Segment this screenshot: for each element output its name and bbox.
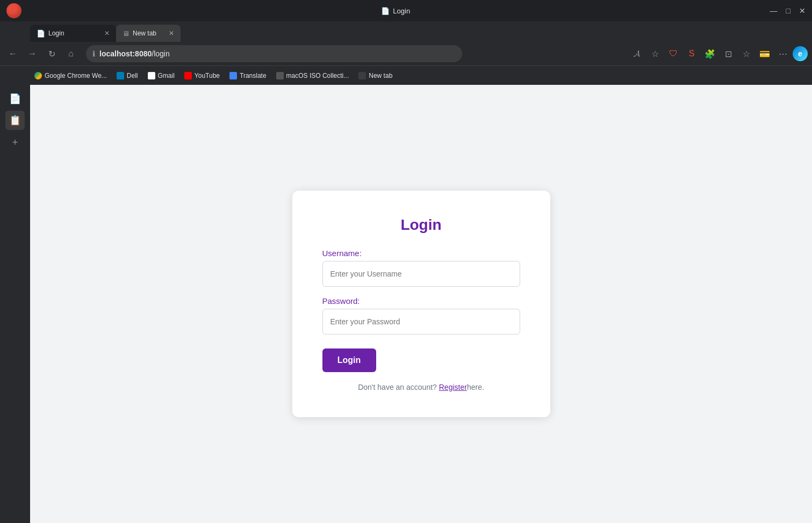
bookmark-macos-label: macOS ISO Collecti...: [286, 72, 349, 79]
username-input[interactable]: [322, 261, 520, 287]
window-title: Login: [393, 7, 410, 15]
tab-newtab[interactable]: 🖥 New tab ✕: [116, 25, 181, 42]
tab-login[interactable]: 📄 Login ✕: [30, 25, 116, 42]
bookmark-macos[interactable]: macOS ISO Collecti...: [272, 70, 354, 82]
register-link[interactable]: Register: [439, 383, 467, 391]
tab-newtab-icon: 🖥: [123, 30, 130, 38]
username-group: Username:: [322, 249, 520, 296]
sidebar-add-button[interactable]: ＋: [5, 132, 25, 151]
menu-button[interactable]: ⋯: [774, 45, 792, 62]
register-text: Don't have an account? Registerhere.: [322, 383, 520, 391]
read-aloud-button[interactable]: 𝓐: [628, 45, 645, 62]
browser-profile-icon: [6, 3, 21, 18]
tab-close-newtab[interactable]: ✕: [169, 30, 174, 37]
favorites-button[interactable]: ☆: [646, 45, 664, 62]
bookmark-gmail-label: Gmail: [158, 72, 175, 79]
password-input[interactable]: [322, 309, 520, 335]
bookmark-chrome-label: Google Chrome We...: [45, 72, 107, 79]
bookmark-dell-label: Dell: [127, 72, 138, 79]
tabbar: 📄 Login ✕ 🖥 New tab ✕: [0, 21, 812, 42]
forward-button[interactable]: →: [24, 45, 41, 62]
password-label: Password:: [322, 296, 520, 306]
main-content: Login Username: Password: Login Don't ha…: [30, 85, 812, 523]
sidebar-history-button[interactable]: 📋: [5, 111, 25, 130]
edge-profile-icon[interactable]: e: [793, 46, 808, 61]
bookmark-chrome[interactable]: Google Chrome We...: [30, 70, 111, 82]
tab-login-label: Login: [48, 30, 64, 37]
register-suffix: here.: [467, 383, 484, 391]
maximize-button[interactable]: □: [786, 6, 791, 15]
bookmark-newtab[interactable]: New tab: [354, 70, 397, 82]
extensions2-button[interactable]: 🧩: [701, 45, 718, 62]
toolbar-right: 𝓐 ☆ 🛡 S 🧩 ⊡ ☆ 💳 ⋯ e: [628, 45, 808, 62]
extensions-button[interactable]: S: [683, 45, 700, 62]
minimize-button[interactable]: —: [770, 6, 778, 15]
titlebar-title: 📄 Login: [21, 7, 770, 15]
bookmark-youtube[interactable]: YouTube: [180, 70, 224, 82]
close-button[interactable]: ✕: [799, 6, 806, 15]
titlebar-controls: — □ ✕: [770, 6, 806, 15]
bookmark-newtab-label: New tab: [369, 72, 392, 79]
home-button[interactable]: ⌂: [62, 45, 80, 62]
wallet-button[interactable]: 💳: [756, 45, 773, 62]
titlebar: 📄 Login — □ ✕: [0, 0, 812, 21]
browser-body: 📄 📋 ＋ Login Username: Password: Login Do…: [0, 85, 812, 523]
bookmark-gmail[interactable]: Gmail: [143, 70, 179, 82]
address-bold: localhost:8080: [99, 49, 152, 58]
login-card: Login Username: Password: Login Don't ha…: [292, 191, 550, 417]
bookmark-macos-icon: [276, 72, 284, 79]
collections-button[interactable]: ☆: [738, 45, 755, 62]
toolbar: ← → ↻ ⌂ ℹ localhost:8080/login 𝓐 ☆ 🛡 S 🧩…: [0, 42, 812, 66]
address-info-icon: ℹ: [92, 49, 95, 58]
adblock-button[interactable]: 🛡: [665, 45, 682, 62]
page-icon: 📄: [381, 7, 390, 15]
sidebar-bookmarks-button[interactable]: 📄: [5, 89, 25, 108]
bookmark-dell[interactable]: Dell: [112, 70, 142, 82]
bookmark-translate-label: Translate: [240, 72, 267, 79]
register-prompt: Don't have an account?: [358, 383, 439, 391]
bookmark-youtube-icon: [184, 72, 192, 79]
bookmark-translate[interactable]: Translate: [225, 70, 271, 82]
back-button[interactable]: ←: [4, 45, 21, 62]
bookmark-youtube-label: YouTube: [195, 72, 220, 79]
tab-newtab-label: New tab: [133, 30, 156, 37]
split-button[interactable]: ⊡: [720, 45, 737, 62]
titlebar-left: [6, 3, 21, 18]
bookmark-chrome-icon: [34, 72, 42, 79]
login-title: Login: [322, 216, 520, 234]
address-text: localhost:8080/login: [99, 49, 456, 58]
bookmark-dell-icon: [117, 72, 124, 79]
bookmark-newtab-icon: [358, 72, 366, 79]
sidebar: 📄 📋 ＋: [0, 85, 30, 523]
username-label: Username:: [322, 249, 520, 258]
address-rest: /login: [152, 49, 169, 58]
refresh-button[interactable]: ↻: [43, 45, 60, 62]
address-bar[interactable]: ℹ localhost:8080/login: [86, 45, 462, 62]
bookmark-gmail-icon: [148, 72, 155, 79]
bookmarks-bar: Google Chrome We... Dell Gmail YouTube T…: [0, 66, 812, 85]
login-button[interactable]: Login: [322, 348, 376, 372]
tab-close-login[interactable]: ✕: [104, 30, 110, 37]
tab-doc-icon: 📄: [37, 30, 45, 38]
bookmark-translate-icon: [229, 72, 237, 79]
password-group: Password:: [322, 296, 520, 344]
